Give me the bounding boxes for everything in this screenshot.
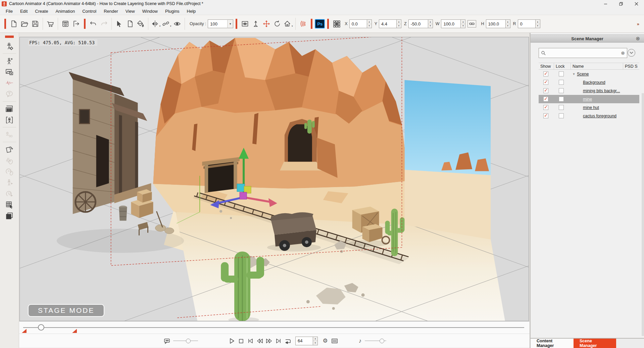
save-project-icon[interactable] xyxy=(30,18,41,29)
menu-item[interactable]: Help xyxy=(183,8,200,15)
h-field[interactable]: 100.0▲▼ xyxy=(486,19,510,28)
search-filter-chevron-icon[interactable] xyxy=(628,49,635,57)
rotate-tool-icon[interactable] xyxy=(272,18,283,29)
document-icon[interactable] xyxy=(125,18,135,29)
fill-tool-icon[interactable] xyxy=(135,18,146,29)
layers-copy-icon[interactable] xyxy=(4,211,15,221)
go-end-icon[interactable] xyxy=(274,337,283,345)
menu-item[interactable]: Window xyxy=(139,8,161,15)
layer-name[interactable]: Scene xyxy=(577,72,589,76)
hand-mouse-icon[interactable] xyxy=(4,156,15,166)
open-project-icon[interactable] xyxy=(19,18,30,29)
layer-name[interactable]: Background xyxy=(583,80,605,85)
column-psd[interactable]: PSD S xyxy=(623,63,639,69)
table-header-row[interactable]: Show Lock Name PSD S xyxy=(539,63,639,70)
grid-blocks-icon[interactable] xyxy=(331,18,342,29)
show-checkbox[interactable] xyxy=(543,88,548,93)
table-row[interactable]: ▼ cactus foreground xyxy=(539,112,639,120)
r-field[interactable]: 0▲▼ xyxy=(518,19,540,28)
tab-scene-manager[interactable]: Scene Manager xyxy=(574,339,616,348)
toolbar-overflow-chevron[interactable]: » xyxy=(637,21,639,26)
table-row[interactable]: ▼ Background xyxy=(539,78,639,86)
select-tool-icon[interactable] xyxy=(114,18,125,29)
stage-viewport[interactable]: FPS: 475.05, AVG: 510.53 STAGE MODE xyxy=(19,37,529,321)
z-field[interactable]: -50.0▲▼ xyxy=(408,19,433,28)
text-bubble-icon[interactable] xyxy=(4,89,15,99)
search-clear-icon[interactable]: ⊗ xyxy=(621,50,625,56)
table-row[interactable]: ▼ Scene xyxy=(539,70,639,78)
redo-icon[interactable] xyxy=(99,18,109,29)
lock-checkbox[interactable] xyxy=(559,71,564,76)
new-project-icon[interactable] xyxy=(8,18,19,29)
move-tool-icon[interactable] xyxy=(261,18,272,29)
y-field[interactable]: 4.4▲▼ xyxy=(379,19,401,28)
face-puppet-icon[interactable] xyxy=(4,189,15,199)
loop-icon[interactable] xyxy=(283,337,293,345)
render-preview-icon[interactable] xyxy=(60,18,71,29)
expand-caret-icon[interactable]: ▼ xyxy=(571,72,577,76)
range-end-marker[interactable] xyxy=(72,329,77,333)
close-button[interactable] xyxy=(629,0,644,7)
eye-icon[interactable] xyxy=(172,18,183,29)
settings-gear-icon[interactable]: ⚙ xyxy=(320,337,330,344)
lock-checkbox[interactable] xyxy=(559,113,564,118)
lock-checkbox[interactable] xyxy=(559,105,564,110)
menu-item[interactable]: Render xyxy=(100,8,122,15)
range-start-marker[interactable] xyxy=(22,329,27,333)
show-checkbox[interactable] xyxy=(543,80,548,85)
table-row[interactable]: ▼ mine xyxy=(539,95,639,103)
menu-item[interactable]: Edit xyxy=(16,8,31,15)
link-wh-icon[interactable] xyxy=(467,20,476,27)
actor-brackets-icon[interactable] xyxy=(4,115,15,125)
tab-content-manager[interactable]: Content Manager xyxy=(531,339,574,348)
music-note-icon[interactable]: ♪ xyxy=(355,338,365,344)
show-checkbox[interactable] xyxy=(543,97,548,102)
motion-3d-icon[interactable]: 3D xyxy=(4,130,15,140)
content-store-icon[interactable] xyxy=(45,18,56,29)
menu-item[interactable]: View xyxy=(122,8,139,15)
lock-checkbox[interactable] xyxy=(559,88,564,93)
show-checkbox[interactable] xyxy=(543,113,548,118)
menu-item[interactable]: Animation xyxy=(52,8,79,15)
show-checkbox[interactable] xyxy=(543,71,548,76)
preview-slider[interactable] xyxy=(173,338,198,344)
play-icon[interactable] xyxy=(227,337,236,345)
timeline-playhead-handle[interactable] xyxy=(38,324,44,331)
flip-icon[interactable]: ▾ xyxy=(150,18,161,29)
media-image-icon[interactable] xyxy=(4,67,15,77)
home-view-icon[interactable]: ▾ xyxy=(283,18,293,29)
undo-icon[interactable] xyxy=(88,18,99,29)
minimize-button[interactable] xyxy=(598,0,613,7)
layer-panel-icon[interactable] xyxy=(4,104,15,114)
panel-scrollbar[interactable] xyxy=(642,93,644,336)
page-rotate-icon[interactable] xyxy=(4,144,15,155)
pivot-icon[interactable] xyxy=(250,18,261,29)
photoshop-icon[interactable]: Ps xyxy=(315,19,325,28)
search-input[interactable]: ⊗ xyxy=(539,48,627,58)
column-show[interactable]: Show xyxy=(539,63,554,69)
menu-item[interactable]: File xyxy=(2,8,16,15)
face-mouse-icon[interactable] xyxy=(4,167,15,177)
show-checkbox[interactable] xyxy=(543,105,548,110)
menu-item[interactable]: Create xyxy=(31,8,52,15)
body-puppet-icon[interactable] xyxy=(4,178,15,188)
audio-wave-icon[interactable] xyxy=(4,78,15,88)
stop-icon[interactable] xyxy=(236,337,246,345)
layer-name[interactable]: mine hut xyxy=(583,105,599,110)
w-field[interactable]: 100.0▲▼ xyxy=(441,19,465,28)
export-icon[interactable] xyxy=(71,18,82,29)
volume-slider[interactable] xyxy=(365,338,386,344)
link-icon[interactable]: ▾ xyxy=(161,18,172,29)
column-name[interactable]: Name xyxy=(571,63,623,69)
fast-forward-icon[interactable] xyxy=(264,337,274,345)
opacity-dropdown[interactable]: ▼ xyxy=(227,19,233,28)
column-lock[interactable]: Lock xyxy=(554,63,571,69)
sprite-editor-icon[interactable] xyxy=(298,18,308,29)
animation-actor-icon[interactable] xyxy=(4,56,15,66)
camera-view-icon[interactable] xyxy=(240,18,250,29)
actor-setup-icon[interactable] xyxy=(4,41,15,51)
layer-name[interactable]: cactus foreground xyxy=(583,114,616,118)
go-start-icon[interactable] xyxy=(246,337,255,345)
menu-item[interactable]: Control xyxy=(79,8,100,15)
panel-header[interactable]: Scene Manager ⊗ xyxy=(531,35,644,43)
